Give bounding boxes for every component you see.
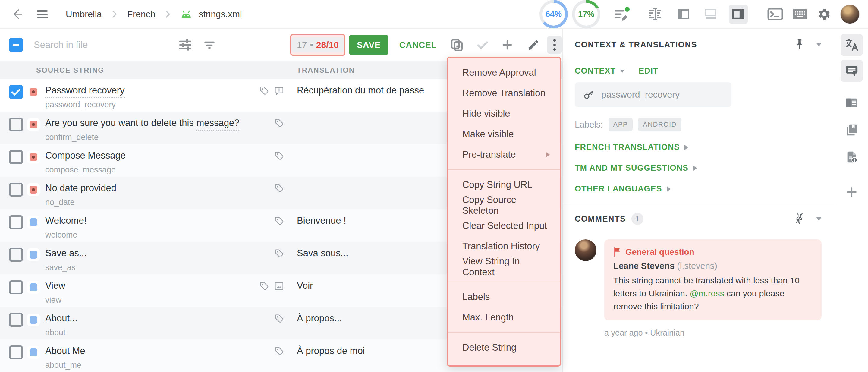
- row-checkbox[interactable]: [9, 183, 23, 196]
- section-label: TM AND MT SUGGESTIONS: [575, 163, 688, 173]
- settings-gear-icon[interactable]: [817, 7, 831, 22]
- string-identifier: compose_message: [45, 165, 247, 175]
- more-options-kebab-icon[interactable]: [547, 36, 562, 54]
- menu-hamburger-icon[interactable]: [36, 9, 48, 19]
- menu-item-clear-selected-input[interactable]: Clear Selected Input: [448, 216, 560, 236]
- row-checkbox[interactable]: [9, 248, 23, 262]
- menu-item-remove-translation[interactable]: Remove Translation: [448, 83, 560, 103]
- keyboard-icon[interactable]: [792, 8, 808, 20]
- menu-item-pre-translate[interactable]: Pre-translate: [448, 145, 560, 165]
- panel-collapse-chevron-icon[interactable]: [816, 43, 822, 46]
- view-left-panel-icon[interactable]: [673, 4, 692, 24]
- translations-tab-icon[interactable]: [841, 34, 863, 56]
- comment-author-name[interactable]: Leane Stevens: [613, 261, 675, 271]
- string-key: password_recovery: [601, 90, 680, 100]
- search-input[interactable]: [34, 39, 154, 50]
- edit-context-button[interactable]: EDIT: [639, 66, 658, 76]
- source-text: Compose Message: [45, 150, 247, 161]
- view-horizontal-split-icon[interactable]: [701, 4, 720, 24]
- context-dropdown[interactable]: CONTEXT: [575, 66, 616, 76]
- terminal-icon[interactable]: [767, 7, 783, 21]
- menu-item-remove-approval[interactable]: Remove Approval: [448, 62, 560, 83]
- select-all-checkbox[interactable]: [9, 38, 23, 52]
- pin-icon[interactable]: [795, 38, 804, 51]
- breadcrumb-file[interactable]: strings.xml: [198, 9, 242, 19]
- row-checkbox[interactable]: [9, 118, 23, 131]
- cancel-button[interactable]: CANCEL: [399, 40, 437, 50]
- comment-author-avatar[interactable]: [575, 239, 596, 261]
- menu-item-make-visible[interactable]: Make visible: [448, 124, 560, 145]
- comment-card: General question Leane Stevens (l.steven…: [604, 239, 822, 320]
- comments-title: COMMENTS: [575, 214, 626, 224]
- chevron-right-icon: [684, 145, 688, 150]
- row-checkbox[interactable]: [9, 313, 23, 327]
- label-badge[interactable]: APP: [609, 118, 633, 131]
- breadcrumb-project[interactable]: Umbrella: [66, 9, 102, 19]
- key-icon: [580, 86, 597, 103]
- add-panel-icon[interactable]: [841, 181, 863, 203]
- view-side-by-side-icon[interactable]: [646, 4, 665, 24]
- terms-tab-icon[interactable]: [841, 92, 863, 114]
- menu-item-max-length[interactable]: Max. Length: [448, 307, 560, 328]
- back-icon[interactable]: [10, 7, 24, 21]
- menu-item-copy-string-url[interactable]: Copy String URL: [448, 175, 560, 195]
- menu-item-copy-source-skeleton[interactable]: Copy Source Skeleton: [448, 195, 560, 216]
- section-tm-mt-suggestions[interactable]: TM AND MT SUGGESTIONS: [575, 163, 822, 173]
- row-checkbox[interactable]: [9, 150, 23, 164]
- breadcrumb-language[interactable]: French: [127, 9, 155, 19]
- source-cell[interactable]: About Meabout_me: [45, 345, 247, 370]
- source-cell[interactable]: About...about: [45, 313, 247, 337]
- section-label: OTHER LANGUAGES: [575, 184, 662, 193]
- row-checkbox[interactable]: [9, 345, 23, 359]
- source-cell[interactable]: Save as...save_as: [45, 248, 247, 272]
- menu-item-delete-string[interactable]: Delete String: [448, 337, 560, 358]
- menu-item-hide-visible[interactable]: Hide visible: [448, 103, 560, 124]
- comment-alert-icon: [274, 86, 284, 96]
- context-panel: CONTEXT & TRANSLATIONS CONTEXT EDIT pass…: [562, 29, 835, 372]
- chevron-right-icon: [165, 10, 171, 19]
- progress-translated[interactable]: 64%: [539, 0, 568, 28]
- row-icons: [247, 281, 297, 291]
- chevron-right-icon: [693, 165, 697, 171]
- source-cell[interactable]: Password recoverypassword_recovery: [45, 85, 247, 110]
- section-french-translations[interactable]: FRENCH TRANSLATIONS: [575, 143, 822, 152]
- panel-title: CONTEXT & TRANSLATIONS: [575, 40, 697, 50]
- source-cell[interactable]: Welcome!welcome: [45, 215, 247, 240]
- comments-tab-icon[interactable]: [841, 60, 863, 82]
- mention-link[interactable]: @m.ross: [689, 288, 724, 298]
- approve-check-icon[interactable]: [476, 38, 489, 52]
- save-button[interactable]: SAVE: [349, 35, 389, 55]
- progress-approved[interactable]: 17%: [572, 0, 600, 28]
- row-checkbox[interactable]: [9, 85, 23, 99]
- view-right-panel-icon[interactable]: [729, 4, 748, 24]
- filter-icon[interactable]: [203, 38, 216, 52]
- menu-item-translation-history[interactable]: Translation History: [448, 236, 560, 256]
- chevron-right-icon: [667, 186, 671, 192]
- add-string-icon[interactable]: [501, 39, 513, 51]
- unpin-icon[interactable]: [795, 212, 804, 225]
- row-icons: [247, 118, 297, 128]
- user-avatar[interactable]: [840, 4, 860, 24]
- proofread-notes-icon[interactable]: [614, 7, 630, 22]
- string-counter-annotation: 17 • 28/10: [290, 34, 345, 56]
- context-chevron-icon[interactable]: [620, 70, 625, 73]
- glossary-book-icon[interactable]: [841, 119, 863, 141]
- source-cell[interactable]: Compose Messagecompose_message: [45, 150, 247, 175]
- menu-item-view-string-in-context[interactable]: View String In Context: [448, 256, 560, 277]
- edit-pencil-icon[interactable]: [527, 39, 539, 51]
- tag-icon: [274, 183, 284, 193]
- copy-source-icon[interactable]: [450, 38, 464, 52]
- row-checkbox[interactable]: [9, 215, 23, 229]
- source-cell[interactable]: Viewview: [45, 280, 247, 305]
- label-badge[interactable]: ANDROID: [638, 118, 681, 131]
- source-cell[interactable]: Are you sure you want to delete this mes…: [45, 118, 247, 142]
- row-checkbox[interactable]: [9, 280, 23, 294]
- comments-collapse-chevron-icon[interactable]: [816, 217, 822, 221]
- advanced-filter-icon[interactable]: [178, 38, 193, 52]
- source-text: About...: [45, 313, 247, 324]
- labels-caption: Labels:: [575, 120, 603, 130]
- menu-item-labels[interactable]: Labels: [448, 287, 560, 307]
- section-other-languages[interactable]: OTHER LANGUAGES: [575, 184, 822, 193]
- file-info-icon[interactable]: [841, 146, 863, 168]
- source-cell[interactable]: No date providedno_date: [45, 183, 247, 207]
